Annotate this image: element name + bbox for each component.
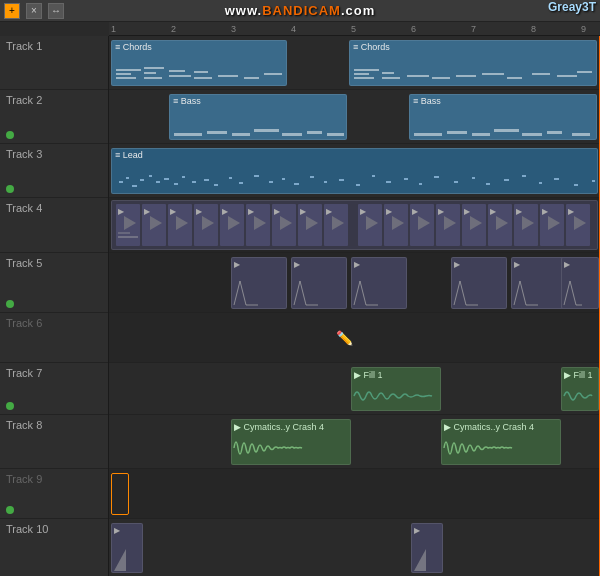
clip-beat-10b[interactable]: ▶: [411, 523, 443, 573]
clip-label: ≡ Bass: [410, 95, 596, 107]
svg-text:▶: ▶: [170, 207, 177, 216]
svg-rect-52: [229, 177, 232, 179]
track-label-4[interactable]: Track 4: [0, 198, 108, 253]
beat-waveform: [512, 271, 562, 307]
track-label-5[interactable]: Track 5: [0, 253, 108, 313]
track-label-2[interactable]: Track 2: [0, 90, 108, 144]
clip-beat-5f[interactable]: ▶: [561, 257, 599, 309]
track-7-led[interactable]: [6, 402, 14, 410]
svg-rect-78: [118, 236, 138, 238]
beat-waveform: [352, 271, 402, 307]
svg-rect-36: [494, 129, 519, 132]
track-content-area[interactable]: ≡ Chords: [109, 36, 600, 576]
svg-rect-28: [232, 133, 250, 136]
clip-label: ≡ Bass: [170, 95, 346, 107]
svg-rect-71: [522, 175, 526, 177]
svg-rect-35: [472, 133, 490, 136]
clip-fill-1b[interactable]: ▶ Fill 1: [561, 367, 599, 411]
track-row-3[interactable]: ≡ Lead: [109, 144, 600, 198]
svg-rect-63: [386, 181, 391, 183]
track-label-1[interactable]: Track 1: [0, 36, 108, 90]
clip-lead[interactable]: ≡ Lead: [111, 148, 598, 194]
track-row-1[interactable]: ≡ Chords: [109, 36, 600, 90]
clip-beat-5a[interactable]: ▶: [231, 257, 287, 309]
svg-rect-10: [218, 75, 238, 77]
track-row-7[interactable]: ▶ Fill 1 ▶ Fill 1: [109, 363, 600, 415]
clip-beat-10a[interactable]: ▶: [111, 523, 143, 573]
clip-fill-1a[interactable]: ▶ Fill 1: [351, 367, 441, 411]
svg-rect-24: [557, 75, 577, 77]
time-marker-5: 5: [351, 24, 356, 34]
svg-rect-53: [239, 182, 243, 184]
svg-rect-60: [339, 179, 344, 181]
svg-text:▶: ▶: [386, 207, 393, 216]
close-button[interactable]: ×: [26, 3, 42, 19]
track-1-name: Track 1: [6, 40, 42, 52]
svg-rect-20: [456, 75, 476, 77]
svg-rect-12: [264, 73, 282, 75]
track-row-8[interactable]: ▶ Cymatics..y Crash 4 ▶ Cymatics..y Cras…: [109, 415, 600, 469]
clip-bass-1[interactable]: ≡ Bass: [169, 94, 347, 140]
track-3-led[interactable]: [6, 185, 14, 193]
svg-rect-40: [119, 181, 123, 183]
beat-pattern: ▶ ▶ ▶: [112, 201, 597, 249]
svg-rect-54: [254, 175, 259, 177]
clip-orange-small[interactable]: [111, 473, 129, 515]
clip-beat-5b[interactable]: ▶: [291, 257, 347, 309]
track-9-led[interactable]: [6, 506, 14, 514]
svg-rect-2: [116, 69, 141, 71]
svg-rect-8: [194, 77, 212, 79]
track-row-4[interactable]: ▶ ▶ ▶: [109, 198, 600, 253]
clip-beat-5e[interactable]: ▶: [511, 257, 567, 309]
loop-button[interactable]: ↔: [48, 3, 64, 19]
clip-beat-5d[interactable]: ▶: [451, 257, 507, 309]
svg-rect-48: [182, 176, 185, 178]
svg-marker-132: [114, 549, 126, 571]
svg-rect-33: [414, 133, 442, 136]
clip-midi-notes: [172, 109, 344, 139]
clip-chords-2[interactable]: ≡ Chords: [349, 40, 597, 86]
clip-beat-4[interactable]: ▶ ▶ ▶: [111, 200, 598, 250]
track-row-10[interactable]: ▶ ▶: [109, 519, 600, 576]
svg-rect-27: [207, 131, 227, 134]
svg-rect-29: [254, 129, 279, 132]
svg-rect-72: [539, 182, 542, 184]
audio-waveform: [562, 382, 594, 410]
clip-cymatics-1[interactable]: ▶ Cymatics..y Crash 4: [231, 419, 351, 465]
clip-chords-1[interactable]: ≡ Chords: [111, 40, 287, 86]
track-label-3[interactable]: Track 3: [0, 144, 108, 198]
svg-rect-11: [244, 77, 259, 79]
svg-rect-75: [592, 180, 595, 182]
time-marker-2: 2: [171, 24, 176, 34]
track-row-9[interactable]: [109, 469, 600, 519]
track-9-name: Track 9: [6, 473, 42, 485]
svg-text:▶: ▶: [274, 207, 281, 216]
svg-rect-55: [269, 181, 273, 183]
svg-rect-69: [486, 183, 490, 185]
clip-beat-5c[interactable]: ▶: [351, 257, 407, 309]
clip-cymatics-2[interactable]: ▶ Cymatics..y Crash 4: [441, 419, 561, 465]
track-label-10[interactable]: Track 10: [0, 519, 108, 576]
svg-marker-133: [414, 549, 426, 571]
track-5-led[interactable]: [6, 300, 14, 308]
track-label-6[interactable]: Track 6: [0, 313, 108, 363]
clip-icon: ▶: [112, 524, 142, 537]
svg-text:▶: ▶: [516, 207, 523, 216]
svg-rect-7: [169, 70, 185, 72]
track-2-led[interactable]: [6, 131, 14, 139]
track-label-9[interactable]: Track 9: [0, 469, 108, 519]
svg-rect-15: [354, 69, 379, 71]
track-row-6[interactable]: ✏️: [109, 313, 600, 363]
clip-icon: ▶: [292, 258, 346, 271]
svg-rect-68: [472, 177, 475, 179]
svg-rect-32: [327, 133, 344, 136]
svg-text:▶: ▶: [490, 207, 497, 216]
track-row-2[interactable]: ≡ Bass ≡ Bass: [109, 90, 600, 144]
track-row-5[interactable]: ▶ ▶ ▶ ▶: [109, 253, 600, 313]
clip-icon: ▶: [232, 258, 286, 271]
add-button[interactable]: +: [4, 3, 20, 19]
track-label-7[interactable]: Track 7: [0, 363, 108, 415]
svg-rect-3: [144, 77, 162, 79]
track-label-8[interactable]: Track 8: [0, 415, 108, 469]
clip-bass-2[interactable]: ≡ Bass: [409, 94, 597, 140]
